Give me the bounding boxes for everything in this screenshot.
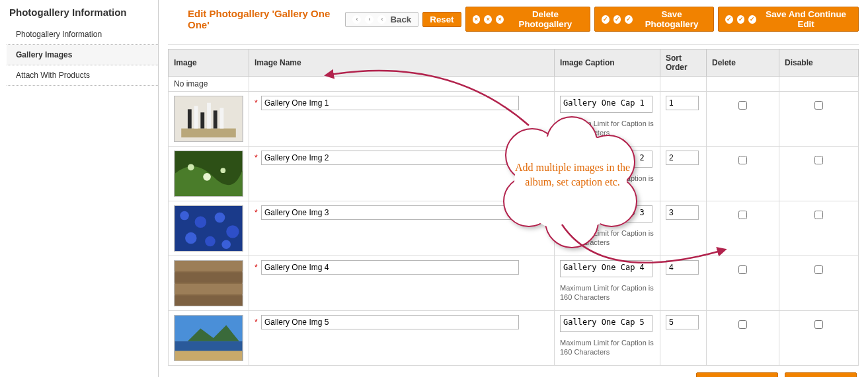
table-row: * Maximum Limit for Caption is 160 Chara… [169, 147, 859, 201]
th-image: Image [169, 50, 249, 77]
svg-rect-6 [214, 110, 217, 128]
browse-files-button[interactable]: Browse Files... [696, 372, 777, 377]
disable-checkbox[interactable] [814, 101, 823, 110]
image-name-input[interactable] [261, 151, 519, 165]
th-name: Image Name [249, 50, 555, 77]
svg-rect-27 [175, 351, 243, 360]
image-caption-input[interactable] [560, 96, 652, 113]
sidebar-item-label: Gallery Images [16, 50, 72, 59]
check-icon: ✓ [748, 15, 756, 24]
table-row: * Maximum Limit for Caption is 160 Chara… [169, 256, 859, 311]
svg-point-14 [195, 217, 206, 228]
check-icon: ✓ [613, 15, 621, 24]
svg-point-9 [188, 164, 194, 170]
th-caption: Image Caption [555, 50, 660, 77]
reset-button[interactable]: Reset [422, 12, 461, 27]
check-icon: ✓ [602, 15, 610, 24]
required-star-icon: * [255, 208, 258, 217]
sidebar-item-info[interactable]: Photogallery Information [7, 24, 158, 45]
caption-hint: Maximum Limit for Caption is 160 Charact… [560, 119, 654, 138]
check-icon: ✓ [725, 15, 733, 24]
upload-files-button[interactable]: Upload Files [785, 372, 857, 377]
delete-checkbox[interactable] [738, 265, 747, 274]
svg-point-15 [215, 213, 225, 223]
required-star-icon: * [255, 318, 258, 327]
table-row: * Maximum Limit for Caption is 160 Chara… [169, 311, 859, 366]
svg-rect-2 [188, 109, 192, 128]
back-arrow-icon: ‹ [365, 15, 374, 24]
image-name-input[interactable] [261, 315, 519, 329]
disable-checkbox[interactable] [814, 265, 823, 274]
delete-button-label: Delete Photogallery [508, 9, 583, 29]
sort-order-input[interactable] [666, 205, 699, 220]
table-header-row: Image Image Name Image Caption Sort Orde… [169, 50, 859, 77]
delete-checkbox[interactable] [738, 156, 747, 164]
image-caption-input[interactable] [560, 260, 652, 277]
svg-rect-5 [207, 103, 211, 129]
sidebar-item-products[interactable]: Attach With Products [7, 65, 158, 86]
back-arrow-icon: ‹ [352, 15, 361, 24]
image-caption-input[interactable] [560, 151, 652, 168]
th-disable: Disable [779, 50, 859, 77]
sidebar-item-label: Attach With Products [16, 71, 90, 80]
save-continue-button-label: Save And Continue Edit [760, 9, 851, 29]
save-button[interactable]: ✓ ✓ ✓ Save Photogallery [594, 7, 714, 32]
disable-checkbox[interactable] [814, 156, 823, 164]
sort-order-input[interactable] [666, 315, 699, 329]
svg-point-16 [226, 225, 239, 238]
th-sort: Sort Order [660, 50, 707, 77]
delete-x-icon: × [496, 15, 504, 24]
delete-x-icon: × [473, 15, 481, 24]
svg-rect-24 [175, 295, 243, 306]
reset-button-label: Reset [430, 15, 454, 24]
header-divider [168, 40, 859, 45]
svg-point-17 [185, 232, 196, 244]
image-thumbnail[interactable] [174, 205, 243, 252]
image-thumbnail[interactable] [174, 151, 243, 197]
svg-point-10 [203, 173, 211, 181]
save-continue-button[interactable]: ✓ ✓ ✓ Save And Continue Edit [718, 7, 859, 32]
table-row: * Maximum Limit for Caption is 160 Chara… [169, 201, 859, 256]
image-name-input[interactable] [261, 205, 519, 220]
svg-rect-4 [200, 112, 204, 128]
svg-rect-3 [194, 106, 198, 129]
caption-hint: Maximum Limit for Caption is 160 Charact… [560, 283, 654, 302]
delete-x-icon: × [484, 15, 492, 24]
image-thumbnail[interactable] [174, 96, 243, 142]
svg-rect-23 [175, 284, 243, 294]
image-thumbnail[interactable] [174, 315, 243, 361]
sort-order-input[interactable] [666, 151, 699, 165]
sort-order-input[interactable] [666, 260, 699, 275]
delete-checkbox[interactable] [738, 101, 747, 110]
svg-rect-21 [175, 261, 243, 271]
disable-checkbox[interactable] [814, 211, 823, 219]
sidebar-item-images[interactable]: Gallery Images [7, 45, 158, 65]
image-thumbnail[interactable] [174, 260, 243, 306]
check-icon: ✓ [625, 15, 633, 24]
image-name-input[interactable] [261, 96, 519, 110]
delete-button[interactable]: × × × Delete Photogallery [465, 7, 590, 32]
table-row: * Maximum Limit for Caption is 160 Chara… [169, 92, 859, 147]
no-image-row: No image [169, 77, 859, 92]
caption-hint: Maximum Limit for Caption is 160 Charact… [560, 338, 654, 357]
image-name-input[interactable] [261, 260, 519, 275]
svg-point-11 [220, 168, 225, 173]
header-toolbar: Edit Photogallery 'Gallery One One' ‹ ‹ … [168, 0, 859, 40]
page-title: Edit Photogallery 'Gallery One One' [168, 8, 341, 30]
sidebar: Photogallery Information Photogallery In… [0, 0, 159, 377]
image-caption-input[interactable] [560, 315, 652, 332]
images-table: Image Image Name Image Caption Sort Orde… [168, 49, 859, 366]
svg-point-13 [180, 211, 189, 221]
th-delete: Delete [707, 50, 779, 77]
footer-toolbar: Browse Files... Upload Files [168, 366, 859, 377]
required-star-icon: * [255, 263, 258, 272]
delete-checkbox[interactable] [738, 320, 747, 329]
sort-order-input[interactable] [666, 96, 699, 110]
svg-rect-22 [175, 272, 243, 283]
required-star-icon: * [255, 153, 258, 162]
disable-checkbox[interactable] [814, 320, 823, 329]
back-button[interactable]: ‹ ‹ ‹ Back [345, 12, 418, 27]
save-button-label: Save Photogallery [637, 9, 706, 29]
delete-checkbox[interactable] [738, 211, 747, 219]
image-caption-input[interactable] [560, 205, 652, 223]
